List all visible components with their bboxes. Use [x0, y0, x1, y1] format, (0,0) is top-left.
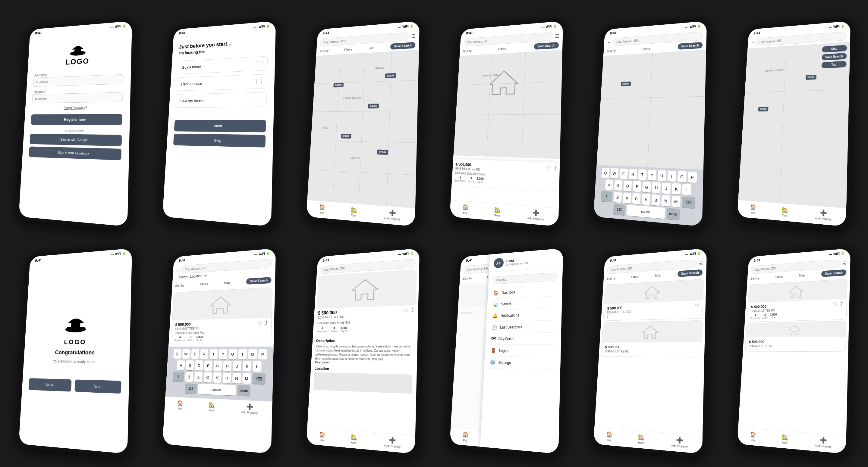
- sortby-btn-kb[interactable]: Sort by: [607, 49, 616, 53]
- list-key-M[interactable]: M: [242, 373, 251, 384]
- ml-card-2[interactable]: $ 500,000 9246 MULTITEE RD: [601, 320, 703, 358]
- nav-add-ml[interactable]: ➕ Add Property: [671, 436, 688, 448]
- list-key-P[interactable]: P: [258, 349, 267, 360]
- list-key-G[interactable]: G: [213, 361, 222, 371]
- list-key-space[interactable]: space: [198, 384, 236, 396]
- key-123[interactable]: 123: [613, 204, 625, 215]
- nav-rent-3[interactable]: 🏡 Rent: [781, 433, 788, 445]
- skip-button[interactable]: Skip: [173, 134, 266, 147]
- filters-btn-ml[interactable]: Filters: [631, 275, 639, 279]
- sortby-button[interactable]: Sort by: [319, 49, 329, 53]
- facebook-signin-button[interactable]: Sign in with Facebook: [29, 146, 122, 160]
- map-tap-btn[interactable]: Tap: [821, 61, 846, 68]
- map-s-pin1[interactable]: $500k: [758, 107, 768, 111]
- list-key-S[interactable]: S: [186, 360, 194, 371]
- key-L[interactable]: L: [682, 184, 691, 195]
- hamburger-icon-ml[interactable]: ☰: [699, 261, 703, 266]
- ml-card-1[interactable]: $ 500,000 9246 MULTITEE RD 4 ♡: [603, 279, 704, 321]
- detail-share-icon[interactable]: ⤴: [411, 308, 414, 313]
- map3-card-1[interactable]: $ 500,000 9246 MULTITEE RD 4 Bedrooms: [747, 279, 847, 322]
- map-btn-ml[interactable]: Map: [655, 273, 661, 277]
- sortby-btn-3[interactable]: Sort by: [750, 276, 760, 280]
- nav-rent-detail[interactable]: 🏡 Rent: [350, 433, 357, 445]
- list-key-E[interactable]: E: [191, 349, 199, 359]
- key-X[interactable]: X: [623, 192, 631, 204]
- next-button[interactable]: Next: [174, 120, 266, 132]
- nav-buy[interactable]: 🏠 Buy: [318, 204, 325, 214]
- list-key-C[interactable]: C: [204, 372, 212, 383]
- filters-btn-list[interactable]: Filters: [199, 282, 208, 286]
- key-O[interactable]: O: [677, 171, 686, 182]
- nav-rent-6[interactable]: 🏡 Rent: [781, 206, 788, 218]
- key-backspace[interactable]: ⌫: [682, 196, 695, 208]
- key-P[interactable]: P: [688, 171, 697, 183]
- list-key-123[interactable]: 123: [185, 383, 197, 394]
- list-key-N[interactable]: N: [232, 373, 241, 383]
- congrats-btn1[interactable]: Next: [29, 378, 72, 392]
- nav-rent[interactable]: 🏡 Rent: [350, 206, 357, 218]
- list-button[interactable]: List: [368, 46, 373, 50]
- list-key-V[interactable]: V: [213, 372, 221, 383]
- nav-rent-ml[interactable]: 🏡 Rent: [638, 433, 644, 445]
- key-M[interactable]: M: [672, 196, 681, 207]
- password-input[interactable]: [32, 92, 123, 103]
- nav-rent-2[interactable]: 🏡 Rent: [494, 206, 501, 218]
- read-more-link[interactable]: Read more: [315, 361, 412, 366]
- map3-share-1[interactable]: ⤴: [840, 301, 843, 317]
- key-Y[interactable]: Y: [648, 169, 656, 181]
- nav-add-6[interactable]: ➕ Add Property: [815, 209, 832, 221]
- map-pin-2[interactable]: $450k: [368, 104, 379, 108]
- list-key-X[interactable]: X: [194, 372, 203, 383]
- filters-button-2[interactable]: Filters: [498, 47, 506, 51]
- list-key-shift[interactable]: ⇧: [173, 372, 184, 382]
- map-save-btn[interactable]: Map: [822, 45, 847, 53]
- nav-rent-list[interactable]: 🏡 Rent: [208, 401, 215, 412]
- key-C[interactable]: C: [632, 193, 641, 204]
- map-save-btn2[interactable]: Save Search: [821, 53, 846, 60]
- list-key-T[interactable]: T: [209, 349, 218, 359]
- list-key-D[interactable]: D: [195, 360, 203, 371]
- list-key-I[interactable]: I: [238, 349, 247, 360]
- list-key-F[interactable]: F: [204, 360, 213, 371]
- map3-card-2[interactable]: $ 500,000 9246 MULTITEE RD: [745, 321, 846, 352]
- map-s-pin2[interactable]: $380k: [805, 75, 816, 80]
- nav-buy-ml[interactable]: 🏠 Buy: [606, 431, 613, 442]
- save-search-btn-kb[interactable]: Save Search: [678, 42, 703, 50]
- nav-buy-menu[interactable]: 🏠 Buy: [462, 431, 469, 442]
- map-pin-1[interactable]: $500k: [333, 82, 344, 87]
- nav-buy-detail[interactable]: 🏠 Buy: [318, 431, 325, 442]
- list-key-B[interactable]: B: [222, 373, 231, 383]
- list-key-J[interactable]: J: [233, 361, 241, 372]
- save-search-button[interactable]: Save Search: [390, 42, 415, 50]
- key-H[interactable]: H: [652, 182, 661, 193]
- option-rent[interactable]: Rent a house: [176, 74, 267, 91]
- key-F[interactable]: F: [632, 181, 641, 192]
- google-signin-button[interactable]: Sign in with Google: [30, 134, 122, 146]
- key-I[interactable]: I: [667, 170, 676, 181]
- menu-logout[interactable]: 🚪 Logout: [489, 345, 556, 357]
- map-pin-3[interactable]: $380k: [341, 133, 351, 138]
- list-key-backspace[interactable]: ⌫: [252, 373, 266, 385]
- save-search-btn-ml[interactable]: Save Search: [678, 269, 703, 277]
- detail-favorite-icon[interactable]: ♡: [404, 308, 408, 313]
- key-E[interactable]: E: [619, 168, 628, 179]
- key-shift[interactable]: ⇧: [601, 191, 613, 202]
- nav-add-list[interactable]: ➕ Add Property: [241, 403, 258, 414]
- filters-button[interactable]: Filters: [344, 47, 352, 51]
- back-arrow-save[interactable]: ←: [751, 40, 755, 45]
- save-search-button-2[interactable]: Save Search: [534, 42, 559, 50]
- map-pin-5[interactable]: $290k: [377, 149, 388, 155]
- filters-btn-kb[interactable]: Filters: [642, 47, 650, 51]
- sortby-btn-ml[interactable]: Sort by: [607, 276, 616, 280]
- key-B[interactable]: B: [651, 194, 660, 206]
- congrats-btn2[interactable]: Next: [75, 380, 121, 394]
- key-Z[interactable]: Z: [613, 192, 622, 203]
- key-U[interactable]: U: [657, 170, 666, 181]
- list-key-H[interactable]: H: [223, 361, 232, 371]
- key-T[interactable]: T: [638, 169, 647, 180]
- hamburger-icon-3[interactable]: ☰: [842, 261, 846, 266]
- register-button[interactable]: Register now: [31, 114, 122, 125]
- map-btn-3[interactable]: Map: [799, 273, 805, 277]
- forgot-password-link[interactable]: Forget Password?: [64, 106, 87, 110]
- list-key-A[interactable]: A: [177, 360, 185, 370]
